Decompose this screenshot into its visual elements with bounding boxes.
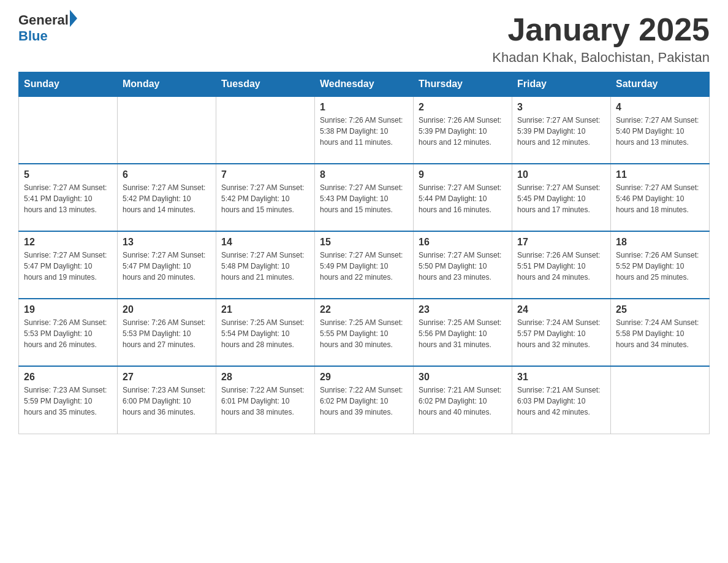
calendar-cell: 25Sunrise: 7:24 AM Sunset: 5:58 PM Dayli… xyxy=(611,299,710,366)
calendar-cell: 29Sunrise: 7:22 AM Sunset: 6:02 PM Dayli… xyxy=(315,366,414,434)
day-info: Sunrise: 7:26 AM Sunset: 5:52 PM Dayligh… xyxy=(616,250,704,283)
title-section: January 2025 Khadan Khak, Balochistan, P… xyxy=(492,12,710,66)
day-number: 27 xyxy=(123,372,211,383)
day-info: Sunrise: 7:22 AM Sunset: 6:01 PM Dayligh… xyxy=(221,385,309,418)
calendar-cell: 4Sunrise: 7:27 AM Sunset: 5:40 PM Daylig… xyxy=(611,96,710,164)
day-of-week-header: Sunday xyxy=(19,72,118,97)
calendar-title: January 2025 xyxy=(492,12,710,47)
day-number: 5 xyxy=(24,169,112,180)
calendar-cell: 10Sunrise: 7:27 AM Sunset: 5:45 PM Dayli… xyxy=(512,164,611,231)
day-info: Sunrise: 7:26 AM Sunset: 5:39 PM Dayligh… xyxy=(419,115,507,148)
calendar-cell: 17Sunrise: 7:26 AM Sunset: 5:51 PM Dayli… xyxy=(512,231,611,299)
day-info: Sunrise: 7:23 AM Sunset: 5:59 PM Dayligh… xyxy=(24,385,112,418)
day-info: Sunrise: 7:27 AM Sunset: 5:40 PM Dayligh… xyxy=(616,115,704,148)
day-number: 17 xyxy=(517,237,605,248)
day-info: Sunrise: 7:27 AM Sunset: 5:50 PM Dayligh… xyxy=(419,250,507,283)
day-number: 8 xyxy=(320,169,408,180)
day-info: Sunrise: 7:27 AM Sunset: 5:47 PM Dayligh… xyxy=(123,250,211,283)
day-number: 19 xyxy=(24,304,112,315)
calendar-subtitle: Khadan Khak, Balochistan, Pakistan xyxy=(492,50,710,66)
day-info: Sunrise: 7:27 AM Sunset: 5:45 PM Dayligh… xyxy=(517,182,605,215)
day-number: 24 xyxy=(517,304,605,315)
calendar-cell: 6Sunrise: 7:27 AM Sunset: 5:42 PM Daylig… xyxy=(118,164,216,231)
day-number: 2 xyxy=(419,102,507,113)
day-info: Sunrise: 7:24 AM Sunset: 5:58 PM Dayligh… xyxy=(616,317,704,350)
day-number: 23 xyxy=(419,304,507,315)
calendar-cell: 30Sunrise: 7:21 AM Sunset: 6:02 PM Dayli… xyxy=(414,366,512,434)
day-number: 6 xyxy=(123,169,211,180)
day-number: 31 xyxy=(517,372,605,383)
calendar-week-row: 12Sunrise: 7:27 AM Sunset: 5:47 PM Dayli… xyxy=(19,231,710,299)
day-info: Sunrise: 7:27 AM Sunset: 5:48 PM Dayligh… xyxy=(221,250,309,283)
day-info: Sunrise: 7:21 AM Sunset: 6:02 PM Dayligh… xyxy=(419,385,507,418)
calendar-cell: 14Sunrise: 7:27 AM Sunset: 5:48 PM Dayli… xyxy=(216,231,315,299)
day-info: Sunrise: 7:27 AM Sunset: 5:41 PM Dayligh… xyxy=(24,182,112,215)
calendar-cell xyxy=(118,96,216,164)
calendar-cell: 7Sunrise: 7:27 AM Sunset: 5:42 PM Daylig… xyxy=(216,164,315,231)
calendar-cell: 27Sunrise: 7:23 AM Sunset: 6:00 PM Dayli… xyxy=(118,366,216,434)
day-number: 13 xyxy=(123,237,211,248)
day-number: 20 xyxy=(123,304,211,315)
day-number: 22 xyxy=(320,304,408,315)
logo: General Blue xyxy=(18,12,77,44)
day-number: 28 xyxy=(221,372,309,383)
calendar-cell xyxy=(19,96,118,164)
calendar-cell: 26Sunrise: 7:23 AM Sunset: 5:59 PM Dayli… xyxy=(19,366,118,434)
calendar-cell: 16Sunrise: 7:27 AM Sunset: 5:50 PM Dayli… xyxy=(414,231,512,299)
calendar-cell: 2Sunrise: 7:26 AM Sunset: 5:39 PM Daylig… xyxy=(414,96,512,164)
day-number: 14 xyxy=(221,237,309,248)
calendar-week-row: 19Sunrise: 7:26 AM Sunset: 5:53 PM Dayli… xyxy=(19,299,710,366)
day-number: 12 xyxy=(24,237,112,248)
day-number: 11 xyxy=(616,169,704,180)
day-info: Sunrise: 7:23 AM Sunset: 6:00 PM Dayligh… xyxy=(123,385,211,418)
calendar-cell: 18Sunrise: 7:26 AM Sunset: 5:52 PM Dayli… xyxy=(611,231,710,299)
day-info: Sunrise: 7:26 AM Sunset: 5:51 PM Dayligh… xyxy=(517,250,605,283)
calendar-cell: 11Sunrise: 7:27 AM Sunset: 5:46 PM Dayli… xyxy=(611,164,710,231)
day-number: 10 xyxy=(517,169,605,180)
day-info: Sunrise: 7:26 AM Sunset: 5:38 PM Dayligh… xyxy=(320,115,408,148)
calendar-cell: 28Sunrise: 7:22 AM Sunset: 6:01 PM Dayli… xyxy=(216,366,315,434)
day-number: 30 xyxy=(419,372,507,383)
day-info: Sunrise: 7:24 AM Sunset: 5:57 PM Dayligh… xyxy=(517,317,605,350)
day-number: 21 xyxy=(221,304,309,315)
calendar-cell: 21Sunrise: 7:25 AM Sunset: 5:54 PM Dayli… xyxy=(216,299,315,366)
logo-general-text: General xyxy=(18,12,69,28)
day-number: 29 xyxy=(320,372,408,383)
calendar-week-row: 26Sunrise: 7:23 AM Sunset: 5:59 PM Dayli… xyxy=(19,366,710,434)
day-number: 26 xyxy=(24,372,112,383)
calendar-cell: 31Sunrise: 7:21 AM Sunset: 6:03 PM Dayli… xyxy=(512,366,611,434)
day-number: 15 xyxy=(320,237,408,248)
logo-blue-text: Blue xyxy=(18,28,48,44)
calendar-cell: 20Sunrise: 7:26 AM Sunset: 5:53 PM Dayli… xyxy=(118,299,216,366)
calendar-week-row: 1Sunrise: 7:26 AM Sunset: 5:38 PM Daylig… xyxy=(19,96,710,164)
day-info: Sunrise: 7:27 AM Sunset: 5:39 PM Dayligh… xyxy=(517,115,605,148)
day-info: Sunrise: 7:27 AM Sunset: 5:47 PM Dayligh… xyxy=(24,250,112,283)
page-header: General Blue January 2025 Khadan Khak, B… xyxy=(18,12,710,66)
calendar-table: SundayMondayTuesdayWednesdayThursdayFrid… xyxy=(18,72,710,434)
day-number: 25 xyxy=(616,304,704,315)
calendar-cell: 8Sunrise: 7:27 AM Sunset: 5:43 PM Daylig… xyxy=(315,164,414,231)
day-of-week-header: Friday xyxy=(512,72,611,97)
calendar-cell: 24Sunrise: 7:24 AM Sunset: 5:57 PM Dayli… xyxy=(512,299,611,366)
day-of-week-header: Saturday xyxy=(611,72,710,97)
day-number: 9 xyxy=(419,169,507,180)
calendar-cell: 15Sunrise: 7:27 AM Sunset: 5:49 PM Dayli… xyxy=(315,231,414,299)
day-of-week-header: Tuesday xyxy=(216,72,315,97)
calendar-cell: 19Sunrise: 7:26 AM Sunset: 5:53 PM Dayli… xyxy=(19,299,118,366)
calendar-header-row: SundayMondayTuesdayWednesdayThursdayFrid… xyxy=(19,72,710,97)
day-info: Sunrise: 7:27 AM Sunset: 5:43 PM Dayligh… xyxy=(320,182,408,215)
day-number: 1 xyxy=(320,102,408,113)
logo-arrow-icon xyxy=(70,10,77,27)
day-number: 7 xyxy=(221,169,309,180)
calendar-cell: 23Sunrise: 7:25 AM Sunset: 5:56 PM Dayli… xyxy=(414,299,512,366)
day-info: Sunrise: 7:27 AM Sunset: 5:44 PM Dayligh… xyxy=(419,182,507,215)
day-number: 18 xyxy=(616,237,704,248)
calendar-cell xyxy=(216,96,315,164)
day-of-week-header: Wednesday xyxy=(315,72,414,97)
day-info: Sunrise: 7:27 AM Sunset: 5:42 PM Dayligh… xyxy=(221,182,309,215)
day-info: Sunrise: 7:27 AM Sunset: 5:42 PM Dayligh… xyxy=(123,182,211,215)
day-number: 16 xyxy=(419,237,507,248)
calendar-cell: 3Sunrise: 7:27 AM Sunset: 5:39 PM Daylig… xyxy=(512,96,611,164)
day-info: Sunrise: 7:25 AM Sunset: 5:56 PM Dayligh… xyxy=(419,317,507,350)
calendar-cell: 1Sunrise: 7:26 AM Sunset: 5:38 PM Daylig… xyxy=(315,96,414,164)
